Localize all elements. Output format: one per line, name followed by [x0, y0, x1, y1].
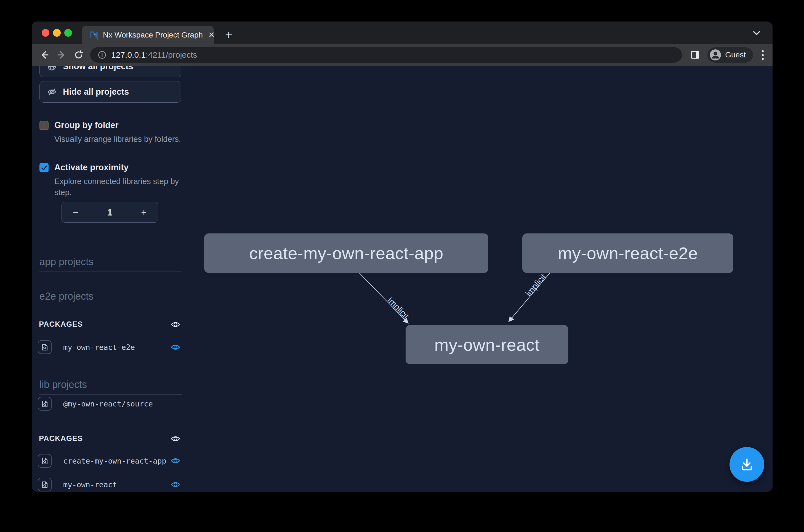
chevron-down-icon[interactable] [751, 29, 762, 37]
page-content: Show all projects Hide all projects Grou… [32, 66, 772, 492]
url-host: 127.0.0.1 [111, 50, 146, 59]
globe-icon [47, 66, 57, 72]
proximity-depth-value: 1 [90, 202, 130, 223]
checkmark-icon [41, 165, 47, 171]
activate-proximity-description: Explore connected libraries step by step… [54, 176, 190, 198]
project-graph-canvas[interactable]: implicit implicit create-my-own-react-ap… [190, 66, 772, 492]
lib-projects-header: lib projects [39, 379, 183, 395]
proximity-depth-stepper: − 1 + [61, 202, 158, 223]
group-by-folder-checkbox[interactable] [39, 121, 49, 130]
project-item-label[interactable]: create-my-own-react-app [63, 457, 171, 465]
file-search-icon [38, 478, 52, 491]
browser-toolbar: 127.0.0.1:4211/projects Guest [32, 44, 772, 66]
download-icon [740, 457, 754, 472]
back-icon[interactable] [39, 50, 50, 60]
file-search-icon [38, 397, 52, 411]
hide-all-projects-label: Hide all projects [63, 87, 129, 97]
focused-eye-icon[interactable] [171, 457, 180, 464]
decrement-button[interactable]: − [62, 202, 90, 223]
url-path: :4211/projects [146, 50, 197, 59]
sidebar: Show all projects Hide all projects Grou… [32, 66, 190, 492]
side-panel-icon[interactable] [690, 50, 700, 60]
minimize-window-button[interactable] [53, 29, 61, 37]
show-all-projects-button[interactable]: Show all projects [39, 66, 181, 77]
graph-node-create-my-own-react-app[interactable]: create-my-own-react-app [204, 233, 489, 273]
hide-all-projects-button[interactable]: Hide all projects [39, 81, 181, 103]
address-bar[interactable]: 127.0.0.1:4211/projects [90, 47, 682, 63]
focused-eye-icon[interactable] [171, 344, 180, 351]
file-search-icon [38, 454, 52, 468]
show-all-projects-label: Show all projects [63, 66, 133, 72]
tab-title: Nx Workspace Project Graph [103, 31, 203, 39]
e2e-projects-header: e2e projects [39, 290, 183, 306]
profile-button[interactable]: Guest [707, 47, 753, 63]
group-by-folder-description: Visually arrange libraries by folders. [54, 134, 190, 145]
focused-eye-icon[interactable] [171, 481, 180, 488]
project-item-my-own-react-source[interactable]: @my-own-react/source [38, 397, 180, 411]
fullscreen-window-button[interactable] [64, 29, 72, 37]
app-projects-header: app projects [39, 256, 183, 272]
graph-node-my-own-react-e2e[interactable]: my-own-react-e2e [522, 233, 733, 273]
traffic-lights [42, 29, 72, 37]
group-by-folder-label[interactable]: Group by folder [54, 120, 119, 130]
toggle-all-visibility-eye-icon[interactable] [171, 321, 180, 328]
activate-proximity-label[interactable]: Activate proximity [54, 163, 129, 172]
increment-button[interactable]: + [130, 202, 158, 223]
project-item-label[interactable]: @my-own-react/source [63, 400, 180, 408]
graph-node-my-own-react[interactable]: my-own-react [406, 325, 568, 364]
tab-strip: Nx Workspace Project Graph ✕ + [32, 21, 772, 44]
project-item-create-my-own-react-app[interactable]: create-my-own-react-app [38, 454, 180, 468]
project-item-label[interactable]: my-own-react-e2e [63, 343, 171, 352]
project-item-my-own-react-e2e[interactable]: my-own-react-e2e [38, 340, 180, 354]
browser-menu-icon[interactable] [760, 49, 765, 61]
toggle-all-visibility-eye-icon[interactable] [171, 435, 180, 442]
project-item-label[interactable]: my-own-react [63, 480, 171, 489]
packages-header: PACKAGES [39, 434, 83, 443]
browser-tab[interactable]: Nx Workspace Project Graph ✕ [82, 26, 214, 44]
nx-favicon [89, 30, 98, 40]
profile-label: Guest [725, 51, 746, 59]
close-window-button[interactable] [42, 29, 50, 37]
project-item-my-own-react[interactable]: my-own-react [38, 478, 180, 491]
new-tab-button[interactable]: + [222, 27, 236, 42]
edge-label-implicit: implicit [524, 272, 548, 298]
packages-section-row: PACKAGES [39, 320, 180, 329]
packages-section-row: PACKAGES [39, 434, 180, 443]
tab-close-icon[interactable]: ✕ [207, 30, 216, 40]
edge-label-implicit: implicit [386, 296, 411, 321]
desktop-background: Nx Workspace Project Graph ✕ + [0, 0, 804, 532]
reload-icon[interactable] [73, 50, 84, 60]
packages-header: PACKAGES [39, 320, 83, 329]
download-graph-button[interactable] [729, 447, 764, 482]
eye-off-icon [47, 87, 57, 97]
avatar-icon [710, 49, 721, 61]
forward-icon[interactable] [56, 50, 67, 60]
activate-proximity-checkbox[interactable] [39, 163, 49, 172]
graph-edges: implicit implicit [190, 66, 772, 492]
url-text: 127.0.0.1:4211/projects [111, 50, 197, 60]
site-info-icon[interactable] [98, 51, 106, 59]
file-search-icon [38, 340, 52, 354]
browser-window: Nx Workspace Project Graph ✕ + [32, 21, 772, 492]
